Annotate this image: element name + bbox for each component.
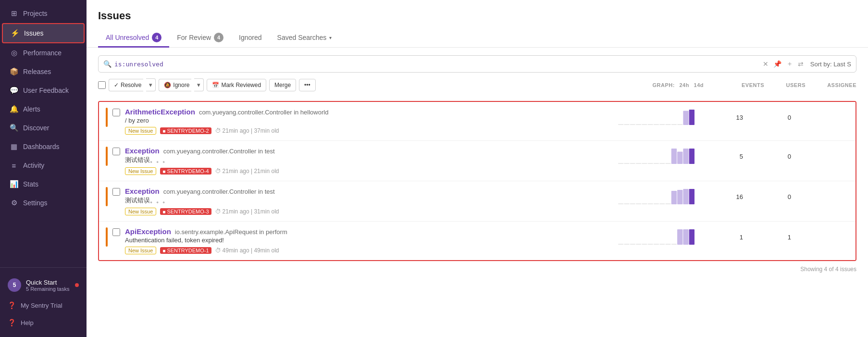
issue-row[interactable]: ApiException io.sentry.example.ApiReques…: [99, 222, 856, 260]
svg-rect-27: [624, 203, 629, 204]
svg-rect-7: [659, 124, 665, 125]
svg-rect-0: [618, 124, 623, 125]
issue-checkbox[interactable]: [112, 188, 120, 196]
issue-id-badge[interactable]: ■ SENTRYDEMO-1: [160, 247, 211, 254]
issue-id-badge[interactable]: ■ SENTRYDEMO-3: [160, 208, 211, 215]
svg-rect-5: [648, 124, 653, 125]
sidebar-label-activity: Activity: [23, 162, 44, 169]
checkmark-icon: ✓: [114, 82, 119, 88]
issue-location: com.yueyang.controller.Controller in hel…: [199, 109, 329, 116]
add-filter-button[interactable]: ＋: [785, 59, 794, 69]
tab-ignored-label: Ignored: [239, 34, 261, 41]
issue-type[interactable]: Exception: [125, 187, 160, 195]
svg-rect-16: [636, 163, 641, 164]
issue-meta: New Issue ■ SENTRYDEMO-2 ⏱ 21min ago | 3…: [125, 127, 608, 135]
issue-graph: [618, 227, 695, 247]
tab-all-unresolved[interactable]: All Unresolved 4: [98, 29, 169, 48]
sidebar-item-performance[interactable]: ◎ Performance: [2, 44, 85, 62]
sidebar-item-issues[interactable]: ⚡ Issues: [2, 23, 85, 43]
issue-meta: New Issue ■ SENTRYDEMO-1 ⏱ 49min ago | 4…: [125, 247, 608, 254]
issue-right: 13 0: [608, 108, 849, 127]
issue-id-badge[interactable]: ■ SENTRYDEMO-2: [160, 127, 211, 134]
remaining-dot: [75, 283, 79, 287]
svg-rect-50: [683, 229, 688, 245]
toolbar: ✓ Resolve ▾ 🔕 Ignore ▾ 📅 Mark Reviewed M…: [98, 78, 856, 95]
svg-rect-43: [642, 244, 647, 245]
resolve-button[interactable]: ✓ Resolve: [109, 79, 143, 91]
new-issue-badge: New Issue: [125, 127, 156, 135]
page-title: Issues: [98, 10, 856, 22]
issue-subtitle: 测试错误。。。: [125, 196, 608, 205]
graph-header: GRAPH: 24h 14d: [653, 82, 704, 88]
issue-checkbox[interactable]: [112, 228, 120, 236]
search-input[interactable]: [114, 61, 762, 68]
merge-button[interactable]: Merge: [269, 79, 296, 91]
svg-rect-23: [677, 151, 682, 164]
resolve-caret-button[interactable]: ▾: [146, 78, 156, 91]
tab-for-review[interactable]: For Review 4: [169, 29, 231, 48]
issue-meta: New Issue ■ SENTRYDEMO-4 ⏱ 21min ago | 2…: [125, 167, 608, 175]
select-all-checkbox[interactable]: [98, 81, 106, 89]
mark-reviewed-button[interactable]: 📅 Mark Reviewed: [207, 79, 266, 91]
performance-icon: ◎: [10, 49, 18, 57]
sidebar-item-projects[interactable]: ⊞ Projects: [2, 4, 85, 23]
sidebar-item-stats[interactable]: 📊 Stats: [2, 175, 85, 193]
sidebar-item-alerts[interactable]: 🔔 Alerts: [2, 100, 85, 118]
help-icon: ❓: [8, 319, 16, 326]
issue-type[interactable]: Exception: [125, 147, 160, 155]
clock-icon: ⏱: [215, 208, 221, 215]
graph-14d[interactable]: 14d: [694, 82, 704, 88]
tab-ignored[interactable]: Ignored: [231, 30, 269, 47]
issue-checkbox[interactable]: [112, 148, 120, 155]
svg-rect-26: [618, 203, 623, 204]
sidebar-item-discover[interactable]: 🔍 Discover: [2, 119, 85, 137]
quick-start-item[interactable]: 5 Quick Start 5 Remaining tasks: [0, 274, 87, 297]
chevron-down-icon: ▾: [329, 35, 332, 40]
issue-right: 5 0: [608, 147, 849, 166]
ignore-button[interactable]: 🔕 Ignore: [159, 79, 191, 91]
svg-rect-1: [624, 124, 629, 125]
svg-rect-36: [677, 190, 682, 204]
sidebar-item-dashboards[interactable]: ▦ Dashboards: [2, 137, 85, 156]
more-button[interactable]: •••: [299, 79, 316, 91]
sidebar-bottom: 5 Quick Start 5 Remaining tasks ❓ My Sen…: [0, 267, 87, 337]
issue-row[interactable]: ArithmeticException com.yueyang.controll…: [99, 102, 856, 141]
issue-graph: [618, 147, 695, 166]
search-actions: ✕ 📌 ＋ ⇄: [762, 59, 805, 69]
pin-search-button[interactable]: 📌: [772, 59, 782, 69]
ignore-caret-button[interactable]: ▾: [194, 78, 204, 91]
svg-rect-47: [665, 244, 670, 245]
tab-saved-searches[interactable]: Saved Searches ▾: [270, 30, 340, 47]
issues-list: ArithmeticException com.yueyang.controll…: [98, 101, 856, 261]
issue-id-icon: ■: [162, 169, 165, 174]
svg-rect-14: [624, 163, 629, 164]
svg-rect-13: [618, 163, 623, 164]
releases-icon: 📦: [10, 67, 18, 76]
severity-bar: [106, 108, 108, 127]
help-item[interactable]: ❓ Help: [0, 314, 87, 331]
clear-search-button[interactable]: ✕: [762, 59, 769, 69]
sidebar-item-releases[interactable]: 📦 Releases: [2, 62, 85, 81]
issue-id-badge[interactable]: ■ SENTRYDEMO-4: [160, 168, 211, 175]
issue-type[interactable]: ArithmeticException: [125, 108, 195, 116]
sidebar-item-user-feedback[interactable]: 💬 User Feedback: [2, 81, 85, 100]
issue-row[interactable]: Exception com.yueyang.controller.Control…: [99, 141, 856, 181]
svg-rect-22: [671, 149, 677, 164]
issue-users: 0: [762, 153, 791, 160]
issue-right: 1 1: [608, 227, 849, 247]
issue-row[interactable]: Exception com.yueyang.controller.Control…: [99, 181, 856, 222]
showing-text: Showing 4 of 4 issues: [98, 266, 856, 273]
issue-users: 1: [762, 234, 791, 241]
sidebar-label-projects: Projects: [23, 10, 48, 17]
dashboards-icon: ▦: [10, 142, 18, 151]
issue-location: io.sentry.example.ApiRequest in perform: [175, 228, 287, 236]
users-header: USERS: [777, 82, 806, 88]
sidebar-item-activity[interactable]: ≡ Activity: [2, 156, 85, 175]
graph-24h[interactable]: 24h: [680, 82, 689, 88]
filter-options-button[interactable]: ⇄: [797, 59, 805, 69]
my-sentry-trial-item[interactable]: ❓ My Sentry Trial: [0, 297, 87, 314]
issue-checkbox[interactable]: [112, 109, 120, 116]
sidebar-item-settings[interactable]: ⚙ Settings: [2, 194, 85, 212]
svg-rect-40: [624, 244, 629, 245]
issue-type[interactable]: ApiException: [125, 227, 171, 236]
